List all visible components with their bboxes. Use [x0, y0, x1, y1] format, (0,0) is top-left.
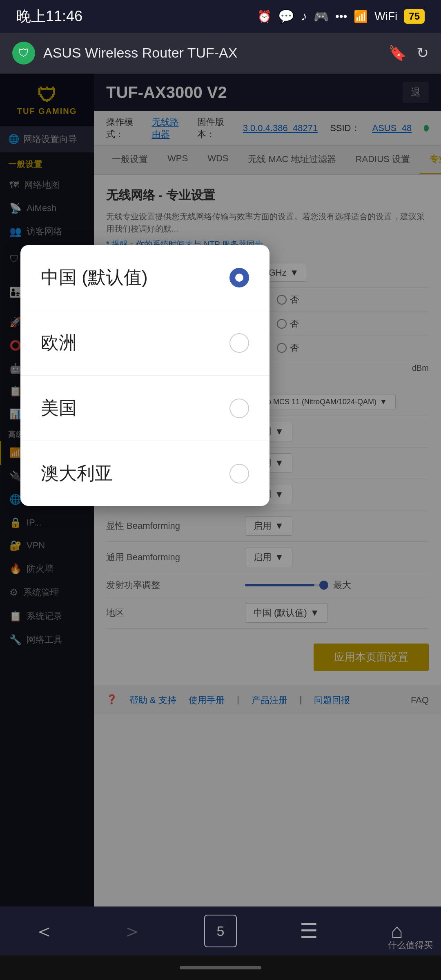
home-indicator	[0, 956, 441, 980]
dialog-option-china[interactable]: 中国 (默认值)	[20, 245, 270, 310]
refresh-icon[interactable]: ↻	[416, 45, 429, 62]
dialog-option-australia-radio[interactable]	[229, 464, 249, 483]
watermark-text: 什么值得买	[388, 940, 433, 950]
dialog-option-china-radio[interactable]	[229, 268, 249, 287]
wifi-icon: WiFi	[374, 10, 397, 23]
message-icon: 💬	[278, 9, 294, 24]
dialog-option-australia[interactable]: 澳大利亚	[20, 441, 270, 506]
forward-icon: ＞	[122, 918, 143, 945]
menu-button[interactable]: ☰	[292, 915, 325, 947]
pages-count: 5	[217, 923, 225, 939]
browser-tab-icons: 🔖 ↻	[388, 45, 429, 62]
browser-shield-icon: 🛡	[12, 42, 35, 65]
menu-icon: ☰	[300, 919, 318, 943]
gamepad-icon: 🎮	[314, 9, 329, 24]
dialog-option-usa[interactable]: 美国	[20, 376, 270, 441]
dialog-option-usa-radio[interactable]	[229, 399, 249, 418]
watermark: 什么值得买	[388, 939, 433, 951]
back-button[interactable]: ＜	[28, 915, 60, 947]
bottom-nav: ＜ ＞ 5 ☰ ⌂	[0, 906, 441, 956]
signal-icon: 📶	[354, 10, 368, 23]
more-icon: •••	[335, 10, 347, 23]
dialog-option-europe-label: 欧洲	[41, 331, 77, 355]
region-select-dialog: 中国 (默认值) 欧洲 美国 澳大利亚	[20, 245, 270, 506]
battery-icon: 75	[404, 9, 425, 24]
browser-bar: 🛡 ASUS Wireless Router TUF-AX 🔖 ↻	[0, 33, 441, 74]
tiktok-icon: ♪	[301, 9, 307, 23]
dialog-option-australia-label: 澳大利亚	[41, 461, 113, 486]
dialog-option-europe-radio[interactable]	[229, 333, 249, 353]
alarm-icon: ⏰	[257, 10, 272, 23]
browser-tab-title[interactable]: ASUS Wireless Router TUF-AX	[43, 45, 380, 61]
dialog-option-europe[interactable]: 欧洲	[20, 310, 270, 376]
back-icon: ＜	[34, 918, 54, 945]
router-ui: 🛡 TUF GAMING 🌐 网络设置向导 一般设置 🗺 网络地图 📡 AiMe…	[0, 74, 441, 906]
bookmark-icon[interactable]: 🔖	[388, 45, 407, 62]
dialog-option-usa-label: 美国	[41, 396, 77, 420]
dialog-option-china-label: 中国 (默认值)	[41, 265, 148, 290]
forward-button[interactable]: ＞	[116, 915, 149, 947]
pages-button[interactable]: 5	[204, 915, 237, 947]
status-time: 晚上11:46	[16, 7, 82, 27]
status-icons: ⏰ 💬 ♪ 🎮 ••• 📶 WiFi 75	[257, 9, 425, 24]
home-indicator-bar	[180, 966, 261, 969]
status-bar: 晚上11:46 ⏰ 💬 ♪ 🎮 ••• 📶 WiFi 75	[0, 0, 441, 33]
